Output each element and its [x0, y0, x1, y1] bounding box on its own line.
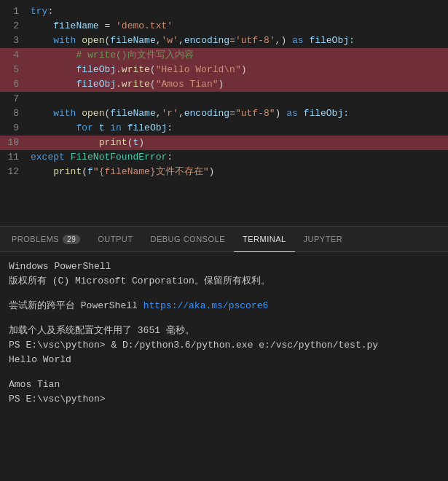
line-number: 7 [0, 92, 31, 106]
line-number: 4 [0, 48, 31, 63]
terminal-url: https://aka.ms/pscore6 [144, 300, 269, 311]
line-content: # write()向文件写入内容 [31, 48, 194, 63]
tab-label: TERMINAL [243, 235, 286, 243]
line-content: fileObj.write("Hello World\n") [31, 63, 247, 77]
code-line: 9 for t in fileObj: [0, 121, 448, 136]
line-content: print(t) [31, 136, 144, 150]
code-line: 6 fileObj.write("Amos Tian") [0, 77, 448, 92]
tab-badge: 29 [63, 235, 80, 244]
tab-output[interactable]: OUTPUT [89, 227, 141, 252]
line-content: try: [31, 4, 53, 19]
code-line: 10 print(t) [0, 136, 448, 150]
line-content: fileObj.write("Amos Tian") [31, 77, 224, 92]
terminal-line: Windows PowerShell [9, 259, 439, 274]
line-number: 10 [0, 136, 31, 150]
terminal-line: PS E:\vsc\python> [9, 392, 439, 407]
line-number: 1 [0, 4, 31, 19]
line-number: 5 [0, 63, 31, 77]
tab-terminal[interactable]: TERMINAL [234, 227, 295, 252]
bottom-panel: PROBLEMS29OUTPUTDEBUG CONSOLETERMINALJUP… [0, 227, 448, 481]
tab-debug-console[interactable]: DEBUG CONSOLE [142, 227, 234, 252]
line-number: 9 [0, 121, 31, 136]
line-content: with open(fileName,'w',encoding='utf-8',… [31, 34, 355, 48]
terminal-line: PS E:\vsc\python> & D:/python3.6/python.… [9, 338, 439, 353]
code-line: 1try: [0, 4, 448, 19]
tab-label: OUTPUT [98, 235, 133, 243]
code-line: 3 with open(fileName,'w',encoding='utf-8… [0, 34, 448, 48]
code-editor: 1try:2 fileName = 'demo.txt'3 with open(… [0, 0, 448, 211]
line-content: print(f"{fileName}文件不存在") [31, 165, 214, 179]
code-line: 5 fileObj.write("Hello World\n") [0, 63, 448, 77]
code-line: 7 [0, 92, 448, 106]
tab-bar: PROBLEMS29OUTPUTDEBUG CONSOLETERMINALJUP… [0, 227, 448, 252]
terminal-blank-line [9, 289, 439, 299]
terminal-line: 加载个人及系统配置文件用了 3651 毫秒。 [9, 324, 439, 338]
terminal-content[interactable]: Windows PowerShell版权所有 (C) Microsoft Cor… [0, 252, 448, 481]
line-number: 2 [0, 19, 31, 34]
line-content: fileName = 'demo.txt' [31, 19, 173, 34]
code-line: 8 with open(fileName,'r',encoding="utf-8… [0, 106, 448, 121]
terminal-blank-line [9, 367, 439, 378]
code-line: 11except FileNotFoundError: [0, 150, 448, 165]
line-number: 12 [0, 165, 31, 179]
tab-problems[interactable]: PROBLEMS29 [3, 227, 89, 252]
line-content: with open(fileName,'r',encoding="utf-8")… [31, 106, 349, 121]
line-number: 6 [0, 77, 31, 92]
code-line: 4 # write()向文件写入内容 [0, 48, 448, 63]
line-number: 11 [0, 150, 31, 165]
tab-label: DEBUG CONSOLE [151, 235, 225, 243]
line-content: for t in fileObj: [31, 121, 173, 136]
terminal-line: 版权所有 (C) Microsoft Corporation。保留所有权利。 [9, 274, 439, 289]
line-content: except FileNotFoundError: [31, 150, 173, 165]
line-number: 8 [0, 106, 31, 121]
terminal-text: 尝试新的跨平台 PowerShell [9, 300, 144, 311]
code-line: 12 print(f"{fileName}文件不存在") [0, 165, 448, 179]
terminal-blank-line [9, 313, 439, 324]
code-line: 2 fileName = 'demo.txt' [0, 19, 448, 34]
tab-label: JUPYTER [304, 235, 343, 243]
tab-jupyter[interactable]: JUPYTER [295, 227, 352, 252]
tab-label: PROBLEMS [12, 235, 59, 243]
terminal-line: Amos Tian [9, 378, 439, 392]
terminal-line: Hello World [9, 353, 439, 367]
line-number: 3 [0, 34, 31, 48]
terminal-line: 尝试新的跨平台 PowerShell https://aka.ms/pscore… [9, 299, 439, 313]
